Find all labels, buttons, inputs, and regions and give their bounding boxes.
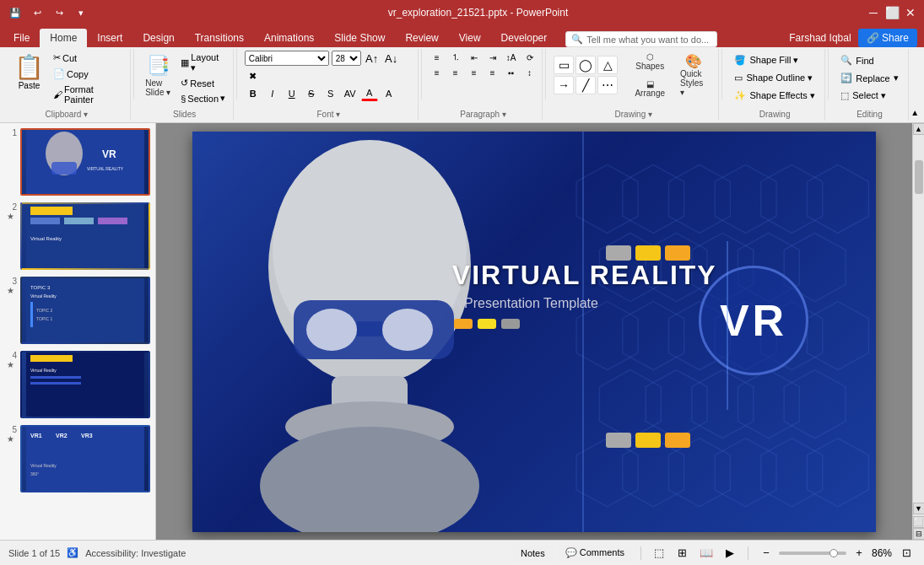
layout-button[interactable]: ▦ Layout ▾: [177, 51, 229, 75]
share-button[interactable]: 🔗 Share: [858, 29, 917, 47]
fit-slide-button[interactable]: ⊡: [897, 544, 916, 562]
new-slide-button[interactable]: 📑 NewSlide ▾: [140, 51, 176, 101]
line-shape[interactable]: ╱: [575, 76, 596, 94]
shape-effects-button[interactable]: ✨ Shape Effects ▾: [728, 88, 820, 104]
align-center-button[interactable]: ≡: [447, 66, 464, 79]
slide-thumb-1[interactable]: 1 VR VIRTUAL REALITY: [3, 126, 152, 197]
line-spacing-button[interactable]: ↕: [521, 66, 538, 79]
decrease-font-button[interactable]: A↓: [383, 51, 400, 66]
slide-img-4[interactable]: Virtual Reality: [20, 351, 150, 418]
slide-thumb-4[interactable]: 4 ★ Virtual Reality: [3, 349, 152, 420]
scroll-thumb[interactable]: [915, 160, 923, 194]
minimize-button[interactable]: ─: [867, 6, 880, 19]
tab-developer[interactable]: Developer: [491, 29, 558, 47]
shape-outline-button[interactable]: ▭ Shape Outline ▾: [728, 70, 820, 86]
underline-button[interactable]: U: [284, 86, 300, 101]
tab-slide-show[interactable]: Slide Show: [324, 29, 395, 47]
slide-sorter-button[interactable]: ⊞: [673, 544, 692, 562]
convert-smartart-button[interactable]: ⟳: [521, 51, 538, 64]
scroll-down-button[interactable]: ▼: [913, 503, 925, 514]
increase-indent-button[interactable]: ⇥: [484, 51, 501, 64]
save-button[interactable]: 💾: [7, 4, 24, 21]
redo-button[interactable]: ↪: [51, 4, 68, 21]
scroll-contract-button[interactable]: ⊟: [913, 528, 925, 540]
text-shadow-button[interactable]: S: [322, 86, 339, 101]
more-shapes[interactable]: ⋯: [597, 76, 618, 94]
tab-animations[interactable]: Animations: [254, 29, 324, 47]
scroll-track[interactable]: [913, 135, 925, 503]
normal-view-button[interactable]: ⬚: [650, 544, 668, 562]
tab-home[interactable]: Home: [40, 29, 87, 47]
shapes-button[interactable]: ⬡ Shapes: [629, 49, 671, 74]
svg-marker-28: [576, 164, 638, 233]
tab-insert[interactable]: Insert: [87, 29, 132, 47]
comments-button[interactable]: 💬 Comments: [558, 545, 632, 561]
close-button[interactable]: ✕: [904, 6, 917, 19]
notes-button[interactable]: Notes: [513, 546, 553, 561]
triangle-shape[interactable]: △: [597, 56, 618, 74]
slide-thumb-2[interactable]: 2 ★ Virtual Reality: [3, 201, 152, 272]
oval-shape[interactable]: ◯: [575, 56, 596, 74]
align-right-button[interactable]: ≡: [466, 66, 483, 79]
zoom-out-button[interactable]: −: [757, 544, 775, 562]
quick-styles-button[interactable]: 🎨 QuickStyles ▾: [674, 51, 713, 100]
copy-button[interactable]: 📄 Copy: [50, 67, 125, 81]
zoom-in-button[interactable]: +: [850, 544, 868, 562]
font-size-select[interactable]: 28: [332, 51, 361, 66]
highlight-button[interactable]: A: [381, 86, 397, 101]
font-color-button[interactable]: A: [361, 86, 378, 101]
numbering-button[interactable]: ⒈: [447, 51, 464, 64]
decrease-indent-button[interactable]: ⇤: [466, 51, 483, 64]
reset-button[interactable]: ↺ Reset: [177, 76, 229, 90]
tab-file[interactable]: File: [3, 29, 40, 47]
tab-design[interactable]: Design: [132, 29, 184, 47]
slide-img-3[interactable]: TOPIC 3 Virtual Reality TOPIC 2 TOPIC 1: [20, 277, 150, 344]
replace-button[interactable]: 🔄 Replace ▾: [835, 70, 904, 86]
bold-button[interactable]: B: [245, 86, 262, 101]
clear-format-button[interactable]: ✖: [245, 68, 262, 83]
text-direction-button[interactable]: ↕A: [503, 51, 520, 64]
tab-transitions[interactable]: Transitions: [185, 29, 254, 47]
tell-me-box[interactable]: 🔍 Tell me what you want to do...: [565, 31, 717, 47]
tab-review[interactable]: Review: [395, 29, 448, 47]
columns-button[interactable]: ▪▪: [503, 66, 520, 79]
slide-show-button[interactable]: ▶: [721, 544, 739, 562]
restore-button[interactable]: ⬜: [885, 6, 899, 19]
zoom-slider-thumb[interactable]: [829, 549, 838, 557]
char-spacing-button[interactable]: AV: [342, 86, 359, 101]
slide-num-3: 3: [5, 277, 17, 286]
zoom-slider[interactable]: [779, 552, 846, 555]
format-painter-button[interactable]: 🖌 Format Painter: [50, 83, 125, 106]
rectangle-shape[interactable]: ▭: [554, 56, 574, 74]
slide-thumb-5[interactable]: 5 ★ VR1 VR2 VR3 Virtual Reality 360°: [3, 423, 152, 494]
align-left-button[interactable]: ≡: [429, 66, 446, 79]
reading-view-button[interactable]: 📖: [697, 544, 716, 562]
undo-button[interactable]: ↩: [29, 4, 46, 21]
italic-button[interactable]: I: [264, 86, 281, 101]
slide-thumb-3[interactable]: 3 ★ TOPIC 3 Virtual Reality TOPIC 2 TOPI…: [3, 275, 152, 346]
customize-qat-button[interactable]: ▾: [73, 4, 89, 21]
shape-fill-button[interactable]: 🪣 Shape Fill ▾: [728, 52, 820, 68]
vertical-scrollbar[interactable]: ▲ ▼ ⬜ ⊟: [912, 123, 924, 540]
replace-label: Replace: [856, 73, 889, 83]
section-button[interactable]: § Section ▾: [177, 91, 229, 105]
bullets-button[interactable]: ≡: [429, 51, 446, 64]
paste-button[interactable]: 📋 Paste: [8, 51, 50, 106]
slide-img-2[interactable]: Virtual Reality: [20, 202, 150, 270]
arrange-button[interactable]: ⬓ Arrange: [629, 76, 671, 101]
slide-img-5[interactable]: VR1 VR2 VR3 Virtual Reality 360°: [20, 425, 150, 492]
strikethrough-button[interactable]: S: [303, 86, 320, 101]
increase-font-button[interactable]: A↑: [364, 51, 381, 66]
cut-button[interactable]: ✂ Cut: [50, 51, 125, 65]
slide-canvas[interactable]: VR VIRTUAL REALITY A Presentation Templa…: [192, 132, 876, 532]
scroll-expand-button[interactable]: ⬜: [913, 516, 925, 528]
justify-button[interactable]: ≡: [484, 66, 501, 79]
font-family-select[interactable]: Calibri: [245, 51, 329, 66]
arrow-shape[interactable]: →: [554, 76, 574, 94]
slide-img-1[interactable]: VR VIRTUAL REALITY: [20, 128, 150, 196]
tab-view[interactable]: View: [449, 29, 491, 47]
select-button[interactable]: ⬚ Select ▾: [835, 88, 904, 104]
find-button[interactable]: 🔍 Find: [835, 52, 904, 68]
scroll-up-button[interactable]: ▲: [913, 123, 925, 135]
collapse-ribbon-button[interactable]: ▲: [909, 106, 921, 119]
